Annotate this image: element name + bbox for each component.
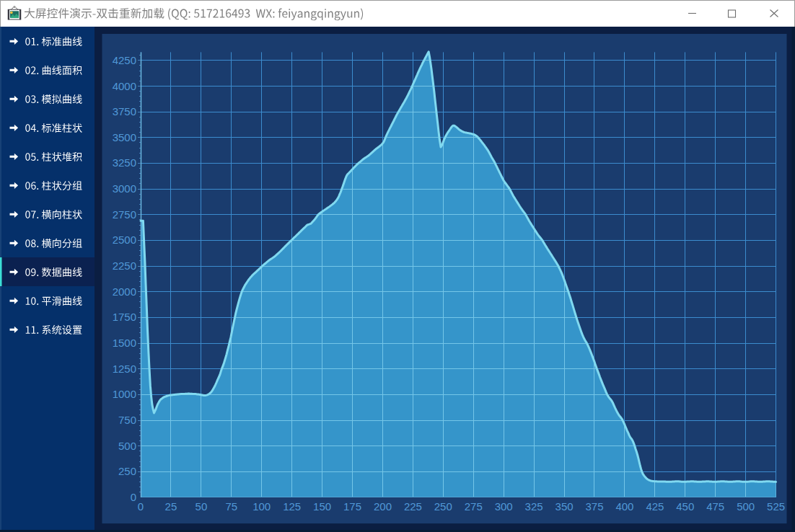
svg-text:425: 425 bbox=[646, 500, 664, 513]
svg-text:4000: 4000 bbox=[113, 80, 136, 92]
svg-text:375: 375 bbox=[585, 500, 603, 513]
svg-text:475: 475 bbox=[706, 500, 724, 513]
svg-text:500: 500 bbox=[737, 500, 755, 513]
svg-text:2750: 2750 bbox=[113, 208, 136, 221]
svg-text:1500: 1500 bbox=[113, 337, 136, 349]
svg-text:125: 125 bbox=[283, 500, 301, 513]
svg-text:1250: 1250 bbox=[113, 363, 136, 375]
svg-text:3250: 3250 bbox=[113, 156, 136, 169]
svg-text:250: 250 bbox=[118, 465, 136, 477]
svg-text:200: 200 bbox=[374, 500, 392, 513]
svg-text:75: 75 bbox=[225, 500, 237, 513]
svg-text:2250: 2250 bbox=[113, 260, 136, 272]
svg-text:325: 325 bbox=[525, 500, 543, 513]
svg-text:500: 500 bbox=[118, 440, 136, 452]
svg-text:225: 225 bbox=[404, 500, 422, 513]
svg-text:100: 100 bbox=[252, 500, 271, 513]
svg-text:0: 0 bbox=[138, 500, 144, 513]
svg-text:0: 0 bbox=[131, 491, 136, 503]
svg-text:300: 300 bbox=[495, 500, 513, 513]
svg-text:250: 250 bbox=[434, 500, 452, 513]
svg-text:175: 175 bbox=[343, 500, 361, 513]
svg-text:1750: 1750 bbox=[113, 311, 136, 323]
svg-text:275: 275 bbox=[465, 500, 483, 513]
svg-text:1000: 1000 bbox=[113, 388, 136, 400]
svg-text:3500: 3500 bbox=[113, 131, 136, 143]
svg-text:50: 50 bbox=[196, 500, 208, 513]
svg-text:2500: 2500 bbox=[113, 234, 136, 246]
svg-text:2000: 2000 bbox=[113, 285, 136, 298]
svg-text:400: 400 bbox=[615, 500, 633, 513]
svg-text:3000: 3000 bbox=[113, 182, 136, 195]
svg-text:4250: 4250 bbox=[113, 54, 136, 66]
svg-text:525: 525 bbox=[767, 500, 785, 513]
svg-text:3750: 3750 bbox=[113, 105, 136, 118]
svg-text:150: 150 bbox=[313, 500, 331, 513]
svg-text:750: 750 bbox=[118, 414, 136, 426]
svg-text:450: 450 bbox=[676, 500, 694, 513]
svg-text:350: 350 bbox=[555, 500, 574, 513]
svg-text:25: 25 bbox=[165, 500, 177, 513]
